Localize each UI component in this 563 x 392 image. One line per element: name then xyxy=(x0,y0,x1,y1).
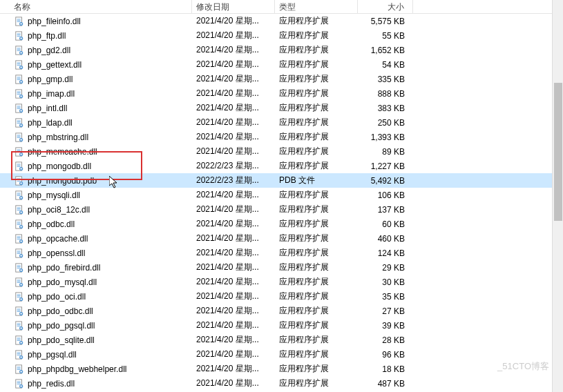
file-row[interactable]: php_opcache.dll2021/4/20 星期...应用程序扩展460 … xyxy=(0,231,563,246)
file-name: php_imap.dll xyxy=(28,89,75,99)
file-row[interactable]: php_redis.dll2021/4/20 星期...应用程序扩展487 KB xyxy=(0,376,563,391)
file-name-cell[interactable]: php_pdo_odbc.dll xyxy=(0,306,192,317)
svg-rect-90 xyxy=(21,197,21,199)
file-row[interactable]: php_mysqli.dll2021/4/20 星期...应用程序扩展106 K… xyxy=(0,188,563,202)
scrollbar-thumb[interactable] xyxy=(554,83,562,221)
svg-rect-128 xyxy=(17,281,21,282)
file-icon xyxy=(14,88,25,99)
file-name: php_oci8_12c.dll xyxy=(28,205,90,215)
file-name-cell[interactable]: php_phpdbg_webhelper.dll xyxy=(0,364,192,375)
file-name-cell[interactable]: php_gd2.dll xyxy=(0,45,192,56)
svg-rect-27 xyxy=(21,66,21,68)
file-row[interactable]: php_mbstring.dll2021/4/20 星期...应用程序扩展1,3… xyxy=(0,130,563,144)
file-name: php_odbc.dll xyxy=(28,219,75,229)
svg-rect-36 xyxy=(17,91,21,92)
svg-rect-50 xyxy=(17,120,21,121)
file-icon xyxy=(14,161,25,172)
svg-rect-86 xyxy=(17,194,21,195)
file-name: php_pdo_firebird.dll xyxy=(28,263,100,273)
file-row[interactable]: php_pdo_sqlite.dll2021/4/20 星期...应用程序扩展2… xyxy=(0,333,563,347)
svg-rect-122 xyxy=(17,268,21,268)
file-row[interactable]: php_pdo_mysql.dll2021/4/20 星期...应用程序扩展30… xyxy=(0,275,563,289)
file-name-cell[interactable]: php_intl.dll xyxy=(0,103,192,114)
svg-rect-181 xyxy=(21,385,21,387)
file-row[interactable]: php_odbc.dll2021/4/20 星期...应用程序扩展60 KB xyxy=(0,217,563,231)
file-name-cell[interactable]: php_pdo_oci.dll xyxy=(0,291,192,302)
file-name-cell[interactable]: php_gmp.dll xyxy=(0,74,192,85)
file-row[interactable]: php_mongodb.pdb2022/2/23 星期...PDB 文件5,49… xyxy=(0,173,563,188)
file-name-cell[interactable]: php_mbstring.dll xyxy=(0,132,192,143)
svg-rect-13 xyxy=(21,37,21,39)
file-row[interactable]: php_gettext.dll2021/4/20 星期...应用程序扩展54 K… xyxy=(0,57,563,72)
file-icon xyxy=(14,175,25,186)
file-row[interactable]: php_openssl.dll2021/4/20 星期...应用程序扩展124 … xyxy=(0,246,563,260)
file-name-cell[interactable]: php_pdo_pgsql.dll xyxy=(0,320,192,331)
file-type: 应用程序扩展 xyxy=(275,117,358,128)
header-date[interactable]: 修改日期 xyxy=(192,0,275,13)
file-name-cell[interactable]: php_gettext.dll xyxy=(0,59,192,70)
file-name-cell[interactable]: php_ldap.dll xyxy=(0,117,192,128)
file-name-cell[interactable]: php_redis.dll xyxy=(0,378,192,389)
file-name-cell[interactable]: php_pdo_firebird.dll xyxy=(0,262,192,273)
file-row[interactable]: php_pdo_pgsql.dll2021/4/20 星期...应用程序扩展39… xyxy=(0,318,563,333)
svg-rect-76 xyxy=(21,168,21,170)
svg-rect-162 xyxy=(17,352,21,353)
file-name: php_pdo_odbc.dll xyxy=(28,306,93,316)
file-row[interactable]: php_ldap.dll2021/4/20 星期...应用程序扩展250 KB xyxy=(0,115,563,130)
file-date: 2021/4/20 星期... xyxy=(192,262,275,273)
svg-rect-107 xyxy=(17,237,21,238)
file-name-cell[interactable]: php_pdo_mysql.dll xyxy=(0,277,192,288)
file-row[interactable]: php_ftp.dll2021/4/20 星期...应用程序扩展55 KB xyxy=(0,28,563,43)
file-name-cell[interactable]: php_memcache.dll xyxy=(0,146,192,157)
file-name-cell[interactable]: php_mongodb.pdb xyxy=(0,175,192,186)
header-name[interactable]: 名称 xyxy=(0,0,192,13)
file-name-cell[interactable]: php_oci8_12c.dll xyxy=(0,204,192,215)
svg-rect-101 xyxy=(17,224,21,225)
svg-rect-51 xyxy=(17,121,21,122)
file-row[interactable]: php_imap.dll2021/4/20 星期...应用程序扩展888 KB xyxy=(0,86,563,101)
file-row[interactable]: php_pgsql.dll2021/4/20 星期...应用程序扩展96 KB xyxy=(0,347,563,362)
file-size: 55 KB xyxy=(358,31,413,41)
file-row[interactable]: php_gd2.dll2021/4/20 星期...应用程序扩展1,652 KB xyxy=(0,43,563,57)
file-date: 2021/4/20 星期... xyxy=(192,305,275,317)
svg-rect-41 xyxy=(21,95,21,97)
file-name-cell[interactable]: php_imap.dll xyxy=(0,88,192,99)
header-type[interactable]: 类型 xyxy=(275,0,358,13)
file-row[interactable]: php_pdo_odbc.dll2021/4/20 星期...应用程序扩展27 … xyxy=(0,304,563,318)
file-type: 应用程序扩展 xyxy=(275,30,358,41)
svg-rect-134 xyxy=(17,294,21,295)
file-row[interactable]: php_intl.dll2021/4/20 星期...应用程序扩展383 KB xyxy=(0,101,563,115)
vertical-scrollbar[interactable] xyxy=(552,0,563,392)
file-name-cell[interactable]: php_pdo_sqlite.dll xyxy=(0,335,192,346)
file-row[interactable]: php_phpdbg_webhelper.dll2021/4/20 星期...应… xyxy=(0,362,563,376)
file-row[interactable]: php_mongodb.dll2022/2/23 星期...应用程序扩展1,22… xyxy=(0,159,563,173)
file-name-cell[interactable]: php_mysqli.dll xyxy=(0,190,192,201)
file-name-cell[interactable]: php_opcache.dll xyxy=(0,233,192,244)
file-name-cell[interactable]: php_fileinfo.dll xyxy=(0,16,192,27)
file-row[interactable]: php_pdo_oci.dll2021/4/20 星期...应用程序扩展35 K… xyxy=(0,289,563,304)
file-type: 应用程序扩展 xyxy=(275,378,358,389)
svg-rect-31 xyxy=(17,79,21,80)
column-headers: 名称 修改日期 类型 大小 xyxy=(0,0,563,14)
file-row[interactable]: php_gmp.dll2021/4/20 星期...应用程序扩展335 KB xyxy=(0,72,563,86)
file-name-cell[interactable]: php_mongodb.dll xyxy=(0,161,192,172)
file-size: 1,652 KB xyxy=(358,46,413,55)
file-name-cell[interactable]: php_pgsql.dll xyxy=(0,349,192,360)
file-size: 137 KB xyxy=(358,205,413,215)
svg-rect-62 xyxy=(21,139,21,141)
file-name-cell[interactable]: php_ftp.dll xyxy=(0,30,192,41)
svg-rect-148 xyxy=(17,323,21,324)
header-size[interactable]: 大小 xyxy=(358,0,413,13)
file-row[interactable]: php_pdo_firebird.dll2021/4/20 星期...应用程序扩… xyxy=(0,260,563,275)
file-row[interactable]: php_fileinfo.dll2021/4/20 星期...应用程序扩展5,5… xyxy=(0,14,563,28)
file-row[interactable]: php_memcache.dll2021/4/20 星期...应用程序扩展89 … xyxy=(0,144,563,159)
file-icon xyxy=(14,30,25,41)
file-date: 2021/4/20 星期... xyxy=(192,102,275,114)
file-icon xyxy=(14,233,25,244)
svg-rect-69 xyxy=(21,153,21,155)
svg-rect-6 xyxy=(21,23,21,25)
file-row[interactable]: php_oci8_12c.dll2021/4/20 星期...应用程序扩展137… xyxy=(0,202,563,217)
file-name-cell[interactable]: php_odbc.dll xyxy=(0,219,192,230)
file-name-cell[interactable]: php_openssl.dll xyxy=(0,248,192,259)
file-size: 1,393 KB xyxy=(358,133,413,142)
